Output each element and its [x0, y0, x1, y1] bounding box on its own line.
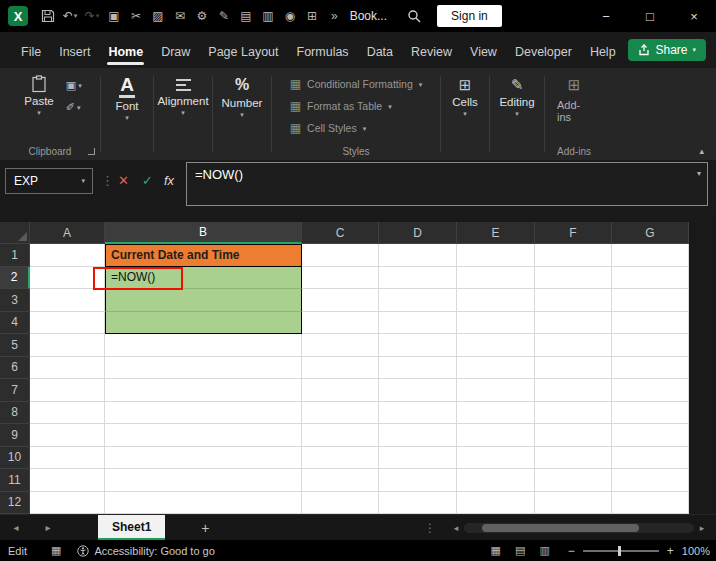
zoom-slider[interactable] — [583, 550, 659, 552]
paste-options-icon[interactable]: ▣▾ — [66, 79, 82, 92]
scroll-right-icon[interactable]: ▸ — [694, 523, 710, 533]
cell-A12[interactable] — [30, 492, 105, 515]
cell-F8[interactable] — [535, 402, 612, 425]
cell-D2[interactable] — [379, 267, 457, 290]
cell-C11[interactable] — [302, 469, 379, 492]
tab-file[interactable]: File — [12, 36, 50, 68]
paste-button[interactable]: Paste ▾ — [18, 75, 59, 116]
new-sheet-button[interactable]: + — [201, 520, 209, 536]
cell-B4[interactable] — [105, 312, 302, 335]
cell-D10[interactable] — [379, 447, 457, 470]
minimize-button[interactable]: − — [584, 0, 628, 32]
column-header-E[interactable]: E — [457, 222, 535, 244]
cut-icon[interactable]: ✂ — [125, 4, 147, 28]
tab-view[interactable]: View — [461, 36, 506, 68]
next-sheet-icon[interactable]: ▸ — [32, 522, 64, 533]
cell-D1[interactable] — [379, 244, 457, 267]
document-icon[interactable]: ▤ — [235, 4, 257, 28]
cell-styles-button[interactable]: ▦ Cell Styles ▾ — [290, 121, 366, 135]
row-header-5[interactable]: 5 — [0, 334, 30, 357]
cell-A7[interactable] — [30, 379, 105, 402]
cell-C3[interactable] — [302, 289, 379, 312]
cell-A4[interactable] — [30, 312, 105, 335]
collapse-ribbon-icon[interactable]: ▴ — [699, 146, 704, 156]
cell-C4[interactable] — [302, 312, 379, 335]
row-header-6[interactable]: 6 — [0, 357, 30, 380]
conditional-formatting-button[interactable]: ▦ Conditional Formatting ▾ — [290, 77, 423, 91]
cell-G6[interactable] — [612, 357, 689, 380]
cell-E7[interactable] — [457, 379, 535, 402]
enter-icon[interactable]: ✓ — [142, 173, 153, 188]
cell-F10[interactable] — [535, 447, 612, 470]
page-break-view-icon[interactable]: ▥ — [539, 544, 549, 557]
format-painter-icon[interactable]: ✐▾ — [66, 101, 82, 114]
editing-button[interactable]: ✎ Editing ▾ — [493, 75, 540, 117]
row-header-7[interactable]: 7 — [0, 379, 30, 402]
cell-A9[interactable] — [30, 424, 105, 447]
number-button[interactable]: % Number ▾ — [216, 75, 269, 118]
share-button[interactable]: Share ▾ — [628, 39, 706, 61]
cell-G3[interactable] — [612, 289, 689, 312]
cell-G5[interactable] — [612, 334, 689, 357]
scrollbar-track[interactable] — [464, 523, 694, 533]
cell-B1[interactable]: Current Date and Time — [105, 244, 302, 267]
sign-in-button[interactable]: Sign in — [437, 5, 502, 27]
cell-E8[interactable] — [457, 402, 535, 425]
cell-B3[interactable] — [105, 289, 302, 312]
cell-D5[interactable] — [379, 334, 457, 357]
column-header-B[interactable]: B — [105, 222, 302, 244]
column-header-G[interactable]: G — [612, 222, 689, 244]
page-layout-view-icon[interactable]: ▤ — [515, 544, 525, 557]
cell-E4[interactable] — [457, 312, 535, 335]
cell-G10[interactable] — [612, 447, 689, 470]
cell-D4[interactable] — [379, 312, 457, 335]
format-as-table-button[interactable]: ▦ Format as Table ▾ — [290, 99, 392, 113]
select-all-button[interactable] — [0, 222, 30, 244]
cell-F1[interactable] — [535, 244, 612, 267]
horizontal-scrollbar[interactable]: ◂ ▸ — [448, 523, 710, 533]
cell-D8[interactable] — [379, 402, 457, 425]
cell-G4[interactable] — [612, 312, 689, 335]
cells-button[interactable]: ⊞ Cells ▾ — [446, 75, 484, 117]
maximize-button[interactable]: □ — [628, 0, 672, 32]
cell-E10[interactable] — [457, 447, 535, 470]
cell-C10[interactable] — [302, 447, 379, 470]
row-header-4[interactable]: 4 — [0, 312, 30, 335]
tab-page-layout[interactable]: Page Layout — [199, 36, 287, 68]
tab-help[interactable]: Help — [581, 36, 625, 68]
redo-icon[interactable]: ↷▾ — [81, 4, 103, 28]
tab-draw[interactable]: Draw — [152, 36, 199, 68]
name-box[interactable]: EXP ▾ — [5, 168, 93, 194]
cell-B9[interactable] — [105, 424, 302, 447]
cell-E9[interactable] — [457, 424, 535, 447]
cell-G12[interactable] — [612, 492, 689, 515]
cell-G9[interactable] — [612, 424, 689, 447]
cell-D6[interactable] — [379, 357, 457, 380]
accessibility-checker[interactable]: Accessibility: Good to go — [77, 545, 214, 557]
cell-G7[interactable] — [612, 379, 689, 402]
zoom-slider-thumb[interactable] — [618, 546, 621, 556]
cell-D3[interactable] — [379, 289, 457, 312]
tab-developer[interactable]: Developer — [506, 36, 581, 68]
grid-icon[interactable]: ⊞ — [301, 4, 323, 28]
tab-data[interactable]: Data — [358, 36, 402, 68]
cell-B8[interactable] — [105, 402, 302, 425]
column-header-A[interactable]: A — [30, 222, 105, 244]
cell-G8[interactable] — [612, 402, 689, 425]
copy-icon[interactable]: ▣ — [103, 4, 125, 28]
alignment-button[interactable]: Alignment ▾ — [151, 75, 214, 116]
tab-home[interactable]: Home — [99, 36, 152, 68]
cell-B12[interactable] — [105, 492, 302, 515]
font-button[interactable]: A Font ▾ — [109, 75, 144, 121]
tab-formulas[interactable]: Formulas — [288, 36, 358, 68]
tab-scroll-splitter-icon[interactable]: ⋮ — [424, 521, 436, 535]
printer-icon[interactable]: ▥ — [257, 4, 279, 28]
row-header-8[interactable]: 8 — [0, 402, 30, 425]
cell-F2[interactable] — [535, 267, 612, 290]
cell-A3[interactable] — [30, 289, 105, 312]
cell-C9[interactable] — [302, 424, 379, 447]
cell-G1[interactable] — [612, 244, 689, 267]
column-header-C[interactable]: C — [302, 222, 379, 244]
cell-G11[interactable] — [612, 469, 689, 492]
cell-D9[interactable] — [379, 424, 457, 447]
